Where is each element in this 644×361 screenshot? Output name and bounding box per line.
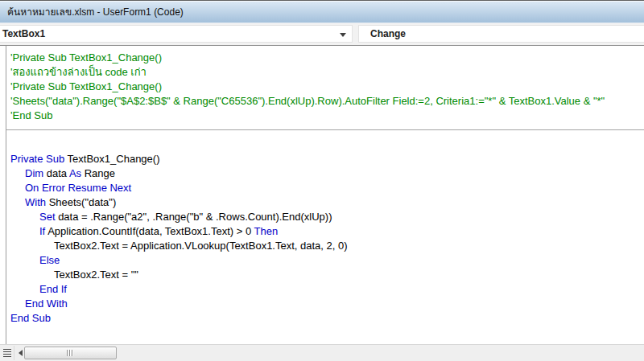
module-view-icon: [3, 349, 11, 357]
code-editor[interactable]: 'Private Sub TextBox1_Change()'สองแถวข้า…: [0, 46, 644, 344]
code-line: 'Sheets("data").Range("$A$2:$B$" & Range…: [10, 94, 644, 109]
code-line: 'End Sub: [10, 109, 644, 123]
procedure-dropdown[interactable]: Change: [358, 25, 644, 43]
code-line: TextBox2.Text = Application.VLookup(Text…: [10, 239, 644, 253]
grip-dots-icon: [67, 350, 74, 356]
code-line: End With: [10, 297, 644, 311]
window-titlebar[interactable]: ค้นหาหมายเลข.xlsm - UserForm1 (Code): [0, 1, 644, 23]
code-line: 'สองแถวข้างล่างเป็น code เก่า: [10, 65, 644, 80]
code-line: On Error Resume Next: [10, 181, 644, 195]
object-dropdown-value: TextBox1: [2, 28, 45, 39]
full-module-view-button[interactable]: [0, 346, 14, 360]
code-line: End Sub: [10, 311, 644, 326]
object-dropdown[interactable]: TextBox1: [0, 25, 353, 43]
procedure-separator: [6, 129, 644, 130]
code-line: [10, 137, 644, 152]
code-line: Set data = .Range("a2", .Range("b" & .Ro…: [10, 210, 644, 224]
code-line: 'Private Sub TextBox1_Change(): [10, 80, 644, 94]
code-line: If Application.CountIf(data, TextBox1.Te…: [10, 224, 644, 239]
code-line: With Sheets("data"): [10, 195, 644, 210]
vbe-code-window: ค้นหาหมายเลข.xlsm - UserForm1 (Code) Tex…: [0, 0, 644, 361]
window-title: ค้นหาหมายเลข.xlsm - UserForm1 (Code): [7, 4, 184, 19]
chevron-down-icon[interactable]: [340, 33, 346, 37]
procedure-dropdown-value: Change: [370, 28, 406, 39]
code-line: Private Sub TextBox1_Change(): [10, 152, 644, 166]
code-line: TextBox2.Text = "": [10, 268, 644, 282]
horizontal-scrollbar[interactable]: [0, 344, 644, 361]
code-line: Dim data As Range: [10, 166, 644, 181]
code-lines: 'Private Sub TextBox1_Change()'สองแถวข้า…: [0, 46, 644, 344]
scrollbar-thumb[interactable]: [24, 347, 117, 359]
triangle-left-icon: [19, 350, 23, 356]
code-line: End If: [10, 282, 644, 297]
code-line: 'Private Sub TextBox1_Change(): [10, 51, 644, 65]
code-line: Else: [10, 253, 644, 268]
toolbar: TextBox1 Change: [0, 23, 644, 46]
